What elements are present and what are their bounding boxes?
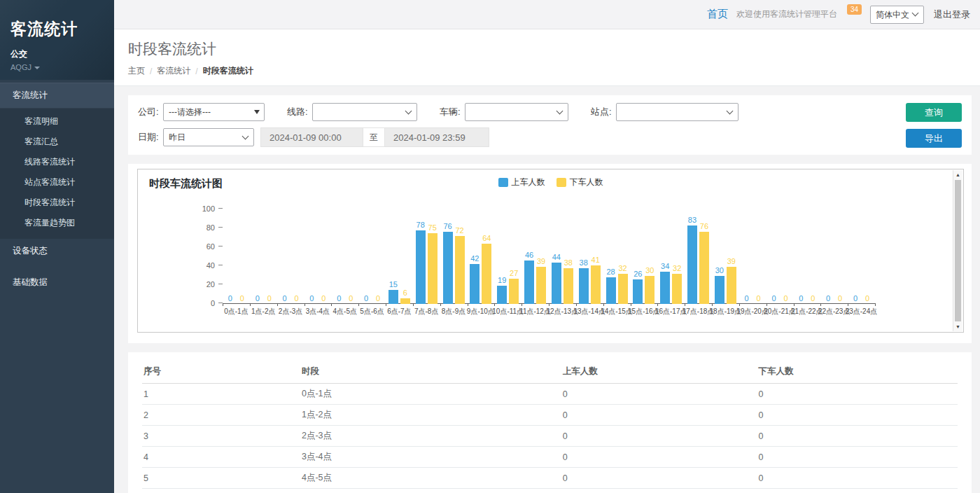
bar-column: 75: [428, 223, 438, 304]
scrollbar-thumb[interactable]: [955, 180, 961, 321]
bar-column: 26: [633, 270, 643, 304]
x-axis-label: 8点-9点: [442, 307, 465, 317]
table-row: 21点-2点00: [142, 405, 958, 426]
bar-column: 41: [591, 256, 601, 304]
legend-swatch: [556, 178, 566, 187]
legend-item-boarding[interactable]: 上车人数: [498, 176, 545, 188]
chart-scrollbar[interactable]: ▲ ▼: [953, 170, 962, 331]
y-axis-tick: [218, 227, 223, 228]
date-preset-select[interactable]: 昨日: [163, 128, 254, 146]
bar-column: 0: [796, 294, 806, 304]
x-axis-tick: [386, 303, 386, 306]
bar-boarding: [388, 290, 398, 304]
query-button[interactable]: 查询: [906, 103, 962, 122]
bar-alighting: [699, 232, 709, 304]
bar-boarding: [443, 232, 453, 304]
scroll-up-arrow[interactable]: ▲: [953, 170, 962, 179]
x-axis-label: 6点-7点: [387, 307, 411, 317]
bar-group: 78757点-8点: [413, 209, 440, 304]
breadcrumb-parent[interactable]: 客流统计: [157, 65, 190, 77]
bar-column: 44: [552, 253, 561, 304]
cell: 1点-2点: [300, 405, 561, 426]
bar-column: 0: [754, 294, 764, 304]
x-axis-tick: [468, 303, 468, 306]
bar-group: 0020点-21点: [766, 209, 794, 304]
sidebar-item-flow-detail[interactable]: 客流明细: [0, 111, 114, 132]
scroll-down-arrow[interactable]: ▼: [953, 322, 962, 331]
brand-area: 客流统计 公交 AQGJ: [0, 0, 114, 80]
bar-column: 64: [482, 234, 491, 304]
bar-column: 0: [334, 294, 344, 304]
language-select[interactable]: 简体中文: [870, 6, 924, 24]
bar-group: 283214点-15点: [603, 209, 631, 304]
sidebar-item-station-flow-stats[interactable]: 站点客流统计: [0, 172, 114, 193]
bar-alighting: [727, 267, 736, 304]
y-axis-tick: [218, 265, 223, 265]
cell: 0: [561, 447, 757, 468]
home-link[interactable]: 首页: [707, 8, 728, 21]
breadcrumb-home[interactable]: 主页: [128, 65, 145, 77]
date-from-input[interactable]: [260, 127, 363, 147]
bar-group: 463911点-12点: [522, 209, 549, 304]
bar-column: 0: [373, 294, 383, 304]
sidebar-section-passenger-flow-stats[interactable]: 客流统计: [0, 83, 114, 109]
bar-column: 78: [416, 221, 426, 304]
bar-value-label: 44: [552, 253, 561, 261]
column-header: 时段: [300, 359, 561, 384]
topbar: 首页 欢迎使用客流统计管理平台 34 简体中文 退出登录: [114, 0, 980, 29]
bar-alighting: [482, 244, 491, 304]
bar-value-label: 38: [564, 258, 573, 267]
date-to-input[interactable]: [384, 127, 489, 147]
bar-value-label: 41: [592, 256, 600, 264]
y-axis-tick-label: 60: [206, 243, 215, 250]
page-title: 时段客流统计: [128, 39, 966, 59]
bar-boarding: [470, 264, 479, 304]
sidebar-section-base-data[interactable]: 基础数据: [0, 270, 114, 295]
bar-boarding: [606, 277, 616, 304]
bar-value-label: 83: [688, 216, 696, 224]
cell: 0: [757, 384, 958, 405]
station-select[interactable]: [616, 103, 738, 121]
breadcrumb-separator: /: [150, 67, 152, 76]
legend-item-alighting[interactable]: 下车人数: [556, 176, 603, 188]
x-axis-tick: [358, 303, 359, 306]
x-axis-label: 5点-6点: [360, 307, 384, 317]
bar-group: 343216点-17点: [657, 209, 685, 304]
org-code-dropdown[interactable]: AQGJ: [10, 63, 114, 71]
bar-column: 0: [318, 294, 328, 304]
legend-swatch: [498, 178, 508, 187]
logout-link[interactable]: 退出登录: [934, 8, 970, 21]
cell: 3: [142, 426, 300, 447]
bar-boarding: [552, 263, 561, 304]
sidebar-section-device-status[interactable]: 设备状态: [0, 239, 114, 263]
bar-value-label: 0: [757, 294, 761, 303]
sidebar-item-time-flow-stats[interactable]: 时段客流统计: [0, 193, 114, 213]
x-axis-tick: [848, 303, 848, 306]
bar-value-label: 42: [470, 254, 479, 263]
bar-group: 443812点-13点: [549, 209, 576, 304]
company-select[interactable]: ---请选择---: [163, 103, 265, 121]
table-row: 43点-4点00: [142, 447, 958, 468]
sidebar-item-flow-summary[interactable]: 客流汇总: [0, 132, 114, 152]
bar-group: 263015点-16点: [630, 209, 657, 304]
bar-column: 0: [850, 294, 860, 304]
notification-badge: 34: [847, 4, 862, 15]
date-preset-group: 昨日: [163, 128, 254, 146]
bar-value-label: 64: [482, 234, 491, 242]
y-axis-tick: [218, 284, 223, 284]
x-axis-tick: [304, 303, 305, 306]
bar-value-label: 27: [510, 269, 518, 277]
bar-boarding: [660, 272, 670, 304]
x-axis-tick: [603, 303, 604, 306]
bar-boarding: [416, 230, 426, 304]
vehicle-select[interactable]: [465, 103, 568, 121]
export-button[interactable]: 导出: [906, 129, 962, 148]
bar-boarding: [715, 276, 724, 305]
line-select[interactable]: [312, 103, 417, 121]
data-table: 序号时段上车人数下车人数 10点-1点0021点-2点0032点-3点0043点…: [142, 359, 958, 493]
sidebar-item-flow-trend-chart[interactable]: 客流量趋势图: [0, 213, 114, 233]
x-axis-label: 0点-1点: [224, 307, 248, 317]
sidebar-nav: 客流统计客流明细客流汇总线路客流统计站点客流统计时段客流统计客流量趋势图设备状态…: [0, 83, 114, 302]
cell: 0: [757, 468, 958, 489]
sidebar-item-line-flow-stats[interactable]: 线路客流统计: [0, 152, 114, 172]
